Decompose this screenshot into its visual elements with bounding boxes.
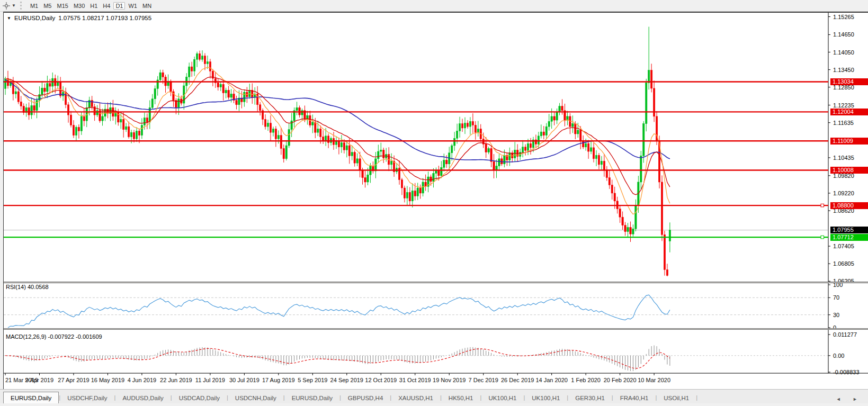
chart-tab-3[interactable]: USDCAD,Daily xyxy=(172,393,227,404)
date-tick-label: 19 Nov 2019 xyxy=(433,377,466,383)
resistance-price-badge: 1.12004 xyxy=(830,109,868,115)
rsi-tick-label: 30 xyxy=(833,312,839,318)
timeframe-buttons: M1M5M15M30H1H4D1W1MN xyxy=(28,1,154,11)
date-tick-label: 22 Jun 2019 xyxy=(160,377,192,383)
pane-divider-rsi[interactable] xyxy=(4,282,868,283)
chart-tab-bar: EURUSD,Daily|USDCHF,Daily|AUDUSD,Daily|U… xyxy=(0,389,868,404)
collapse-triangle-icon[interactable]: ▼ xyxy=(7,16,11,21)
rsi-tick-label: 70 xyxy=(833,294,839,301)
chart-tab-12[interactable]: FRA40,H1 xyxy=(613,393,656,404)
date-tick-label: 27 Apr 2019 xyxy=(58,377,89,383)
macd-tick-label: -0.008833 xyxy=(833,369,860,375)
price-tick-label: 1.14650 xyxy=(833,31,854,38)
price-tick-label: 1.13450 xyxy=(833,67,854,73)
chart-title: ▼ EURUSD,Daily 1.07575 1.08217 1.07193 1… xyxy=(7,15,151,21)
price-tick-label: 1.07405 xyxy=(833,243,854,249)
chevron-down-icon[interactable]: ▼ xyxy=(12,3,16,8)
chart-tab-8[interactable]: HK50,H1 xyxy=(442,393,480,404)
date-tick-label: 14 Jan 2020 xyxy=(535,377,568,383)
timeframe-toolbar: ▼ M1M5M15M30H1H4D1W1MN xyxy=(0,0,868,12)
date-tick-label: 11 Jul 2019 xyxy=(195,377,225,383)
current-price-badge: 1.07955 xyxy=(830,227,868,233)
chart-ohlc-values: 1.07575 1.08217 1.07193 1.07955 xyxy=(58,15,151,21)
date-tick-label: 4 Jun 2019 xyxy=(128,377,156,383)
price-tick-label: 1.11635 xyxy=(833,120,854,126)
tab-divider: | xyxy=(696,393,697,404)
timeframe-button-m1[interactable]: M1 xyxy=(28,2,40,10)
timeframe-button-m30[interactable]: M30 xyxy=(71,2,87,10)
price-tick-label: 1.15265 xyxy=(833,14,854,20)
date-tick-label: 30 Jul 2019 xyxy=(229,377,259,383)
tab-scroll-arrows: ◄ ► xyxy=(836,396,868,402)
resistance-price-badge: 1.10008 xyxy=(830,167,868,174)
price-tick-label: 1.06805 xyxy=(833,260,854,267)
crosshair-icon[interactable] xyxy=(2,2,11,10)
price-tick-label: 1.12235 xyxy=(833,102,854,109)
chart-plot-area[interactable]: 1.152651.146501.140501.134501.128501.122… xyxy=(4,13,868,389)
chart-symbol: EURUSD,Daily xyxy=(14,15,55,21)
date-tick-label: 9 Apr 2019 xyxy=(25,377,53,383)
timeframe-button-w1[interactable]: W1 xyxy=(126,2,139,10)
chart-tab-0[interactable]: EURUSD,Daily xyxy=(3,392,59,404)
timeframe-button-h4[interactable]: H4 xyxy=(101,2,112,10)
resistance-price-badge: 1.08800 xyxy=(830,202,868,209)
chart-tab-5[interactable]: EURUSD,Daily xyxy=(285,393,339,404)
date-tick-label: 7 Dec 2019 xyxy=(469,377,498,383)
timeframe-button-m15[interactable]: M15 xyxy=(55,2,70,10)
timeframe-button-m5[interactable]: M5 xyxy=(41,2,53,10)
timeframe-button-d1[interactable]: D1 xyxy=(113,2,125,10)
rsi-label: RSI(14) 40.0568 xyxy=(6,284,49,290)
date-tick-label: 20 Feb 2020 xyxy=(604,377,637,383)
line-handle[interactable] xyxy=(821,204,824,207)
chart-tab-4[interactable]: USDCNH,Daily xyxy=(228,393,283,404)
chart-tab-2[interactable]: AUDUSD,Daily xyxy=(115,393,170,404)
pane-divider-macd[interactable] xyxy=(4,328,868,330)
mt4-terminal: ▼ M1M5M15M30H1H4D1W1MN 1.152651.146501.1… xyxy=(0,0,868,406)
chart-tab-1[interactable]: USDCHF,Daily xyxy=(60,393,114,404)
chart-tab-11[interactable]: GER30,H1 xyxy=(568,393,612,404)
date-tick-label: 17 Aug 2019 xyxy=(262,377,295,383)
chart-tab-13[interactable]: USOil,H1 xyxy=(657,393,696,404)
status-bar xyxy=(0,403,868,406)
date-tick-label: 26 Dec 2019 xyxy=(501,377,534,383)
chart-tab-9[interactable]: UK100,H1 xyxy=(481,393,523,404)
macd-tick-label: 0.011277 xyxy=(833,331,857,338)
date-tick-label: 10 Mar 2020 xyxy=(638,377,670,383)
date-tick-label: 12 Oct 2019 xyxy=(365,377,397,383)
date-tick-label: 24 Sep 2019 xyxy=(330,377,363,383)
price-tick-label: 1.09220 xyxy=(833,190,854,196)
chart-window: 1.152651.146501.140501.134501.128501.122… xyxy=(3,12,868,390)
chart-tab-10[interactable]: UK100,H1 xyxy=(525,393,567,404)
timeframe-button-h1[interactable]: H1 xyxy=(88,2,100,10)
date-tick-label: 31 Oct 2019 xyxy=(399,377,431,383)
chart-tab-6[interactable]: GBPUSD,H4 xyxy=(341,393,390,404)
macd-tick-label: 0.00 xyxy=(833,353,844,359)
date-tick-label: 16 May 2019 xyxy=(91,377,125,383)
resistance-price-badge: 1.13034 xyxy=(830,78,868,85)
timeframe-button-mn[interactable]: MN xyxy=(140,2,154,10)
date-tick-label: 5 Sep 2019 xyxy=(298,377,327,383)
price-tick-label: 1.10435 xyxy=(833,155,854,161)
line-handle[interactable] xyxy=(821,236,824,239)
support-price-badge: 1.07712 xyxy=(830,234,868,241)
price-tick-label: 1.14050 xyxy=(833,49,854,56)
macd-label: MACD(12,26,9) -0.007922 -0.001609 xyxy=(6,333,102,340)
toolbar-grip xyxy=(20,2,24,10)
resistance-price-badge: 1.11009 xyxy=(830,138,868,145)
rsi-tick-label: 0 xyxy=(833,324,836,331)
chart-tab-7[interactable]: XAUUSD,H1 xyxy=(391,393,440,404)
date-tick-label: 1 Feb 2020 xyxy=(571,377,601,383)
